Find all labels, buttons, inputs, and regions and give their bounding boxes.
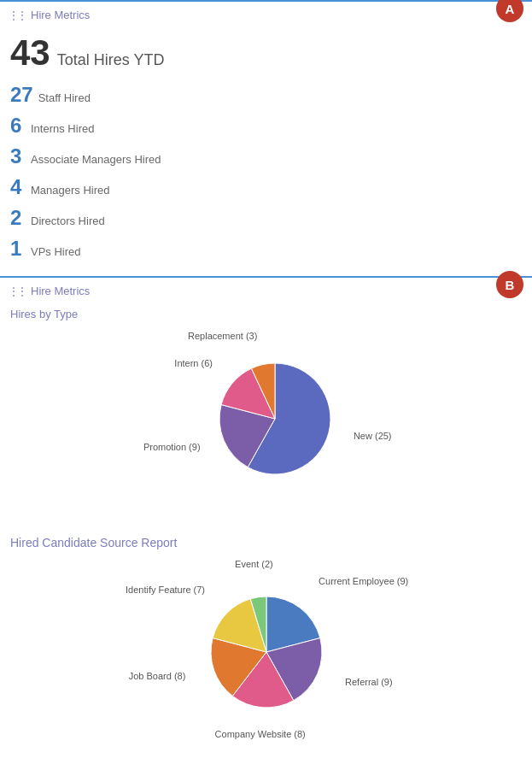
pie-label: New (25)	[353, 431, 391, 441]
pie-label: Identify Feature (7)	[126, 585, 205, 595]
metric-label: Managers Hired	[31, 184, 110, 197]
section2-title-text: Hire Metrics	[31, 285, 90, 297]
section1-title-text: Hire Metrics	[31, 9, 90, 21]
section1-header: Hire Metrics A	[0, 0, 532, 26]
metric-row: 1VPs Hired	[10, 237, 522, 261]
metric-number: 4	[10, 175, 26, 199]
badge-b: B	[496, 271, 523, 298]
metric-row: 6Interns Hired	[10, 114, 522, 138]
metric-number: 27	[10, 83, 33, 107]
chart1-svg: New (25)Promotion (9)Intern (6)Replaceme…	[96, 333, 437, 504]
metric-label: Interns Hired	[31, 122, 94, 135]
section2-header: Hire Metrics B	[0, 276, 532, 303]
pie-label: Replacement (3)	[188, 331, 257, 341]
metric-row: 3Associate Managers Hired	[10, 144, 522, 168]
total-number: 43	[10, 35, 50, 71]
pie-label: Promotion (9)	[143, 442, 200, 452]
metrics-list: 27Staff Hired6Interns Hired3Associate Ma…	[10, 83, 522, 261]
total-label: Total Hires YTD	[57, 51, 165, 69]
badge-a: A	[496, 0, 523, 22]
source-report-section: Hired Candidate Source Report Current Em…	[0, 531, 532, 758]
metric-number: 3	[10, 144, 26, 168]
chart2-container: Current Employee (9)Referral (9)Company …	[10, 558, 522, 746]
total-hires-row: 43 Total Hires YTD	[10, 35, 522, 71]
pie-label: Current Employee (9)	[319, 576, 408, 586]
metric-label: Staff Hired	[38, 91, 91, 104]
pie-label: Company Website (8)	[214, 729, 305, 739]
metric-row: 4Managers Hired	[10, 175, 522, 199]
metric-number: 2	[10, 206, 26, 230]
pie-label: Intern (6)	[174, 358, 213, 368]
metric-number: 6	[10, 114, 26, 138]
pie-label: Event (2)	[235, 559, 273, 569]
chart2-title: Hired Candidate Source Report	[10, 536, 522, 549]
metric-label: Directors Hired	[31, 214, 105, 227]
chart2-svg: Current Employee (9)Referral (9)Company …	[83, 558, 450, 746]
metric-label: Associate Managers Hired	[31, 153, 161, 166]
chart1-container: New (25)Promotion (9)Intern (6)Replaceme…	[10, 329, 522, 508]
metrics-section: 43 Total Hires YTD 27Staff Hired6Interns…	[0, 26, 532, 276]
section2-title: Hire Metrics	[9, 285, 90, 297]
metric-row: 27Staff Hired	[10, 83, 522, 107]
pie-label: Job Board (8)	[128, 671, 185, 681]
hires-by-type-section: Hires by Type New (25)Promotion (9)Inter…	[0, 303, 532, 531]
pie-label: Referral (9)	[345, 677, 393, 687]
section1-title: Hire Metrics	[9, 9, 90, 21]
metric-row: 2Directors Hired	[10, 206, 522, 230]
metric-label: VPs Hired	[31, 245, 81, 258]
chart1-title: Hires by Type	[10, 308, 522, 320]
metric-number: 1	[10, 237, 26, 261]
